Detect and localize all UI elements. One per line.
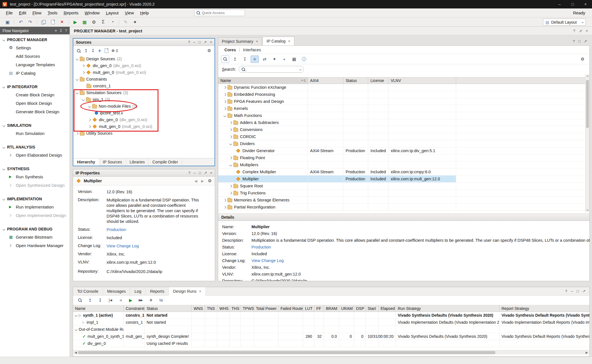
catalog-row-kernels[interactable]: Kernels bbox=[218, 105, 585, 112]
tab-tcl-console[interactable]: Tcl Console bbox=[73, 287, 103, 296]
collapse-all-icon[interactable]: ↥ bbox=[86, 297, 94, 304]
maximize-button[interactable]: □ bbox=[566, 0, 579, 8]
column-header[interactable]: TNS bbox=[205, 305, 217, 312]
column-header-axi4[interactable]: AXI4 bbox=[308, 77, 343, 84]
clock-icon[interactable]: ◔ bbox=[108, 18, 117, 26]
run-row-mult-gen-0-synth-1[interactable]: ✓mult_gen_0_synth_1 mult_gen_0 synth_des… bbox=[73, 333, 589, 340]
column-header[interactable]: Status bbox=[145, 305, 192, 312]
nav-item-run-implementation[interactable]: ▶Run Implementation bbox=[0, 203, 70, 211]
tree-item-simulation-sources[interactable]: Simulation Sources(3) bbox=[73, 89, 215, 96]
catalog-row-math-functions[interactable]: Math Functions bbox=[218, 112, 585, 119]
subtab-cores[interactable]: Cores bbox=[222, 48, 239, 52]
tab-libraries[interactable]: Libraries bbox=[126, 158, 149, 166]
maximize-icon[interactable]: □ bbox=[578, 39, 580, 43]
close-tab-icon[interactable]: × bbox=[199, 289, 201, 294]
forward-icon[interactable]: ▶ bbox=[201, 179, 204, 183]
column-header[interactable]: LUT bbox=[303, 305, 314, 312]
close-icon[interactable]: × bbox=[586, 29, 588, 33]
scrollbar-thumb[interactable] bbox=[78, 351, 495, 354]
taxonomy-view-icon[interactable]: ⇄ bbox=[260, 56, 269, 63]
column-header[interactable]: BRAM bbox=[324, 305, 339, 312]
tab-log[interactable]: Log bbox=[130, 287, 146, 296]
search-icon[interactable] bbox=[77, 49, 81, 53]
menu-reports[interactable]: Reports bbox=[61, 9, 82, 16]
catalog-row-dividers[interactable]: Dividers bbox=[218, 140, 585, 147]
catalog-row-divider-generator[interactable]: Divider GeneratorAXI4-StreamProductionIn… bbox=[218, 147, 585, 154]
customize-ip-icon[interactable]: ✦ bbox=[270, 56, 279, 63]
menu-view[interactable]: View bbox=[122, 9, 137, 16]
help-icon[interactable]: ? bbox=[573, 39, 575, 43]
catalog-row-cordic[interactable]: CORDIC bbox=[218, 133, 585, 140]
tree-item-utility-sources[interactable]: Utility Sources bbox=[73, 130, 215, 137]
expand-all-icon[interactable]: ↧ bbox=[96, 297, 104, 304]
menu-flow[interactable]: Flow bbox=[29, 9, 45, 16]
nav-item-generate-block-design[interactable]: Generate Block Design bbox=[0, 107, 70, 116]
tree-item-sim-mult-gen-0[interactable]: mult_gen_0(mult_gen_0.xci) bbox=[73, 123, 215, 130]
expand-all-icon[interactable]: ↧ bbox=[241, 56, 249, 63]
tab-ip-catalog[interactable]: IP Catalog × bbox=[262, 37, 294, 45]
column-header[interactable]: Run Strategy bbox=[396, 305, 500, 312]
search-icon[interactable] bbox=[76, 297, 84, 304]
column-header[interactable]: Failed Routes bbox=[279, 305, 303, 312]
status-link[interactable]: Production bbox=[251, 245, 271, 249]
tree-item-sim-1[interactable]: sim_1(3) bbox=[73, 96, 215, 103]
grid-view-icon[interactable]: ▦ bbox=[290, 56, 298, 63]
column-header[interactable]: FF bbox=[314, 305, 324, 312]
sum-icon[interactable]: Σ bbox=[99, 18, 107, 26]
edit-pencil-icon[interactable]: ✎ bbox=[122, 18, 130, 26]
nav-item-create-block-design[interactable]: Create Block Design bbox=[0, 90, 70, 99]
section-rtl-analysis[interactable]: RTL ANALYSIS bbox=[0, 143, 70, 151]
close-button[interactable]: × bbox=[579, 0, 592, 8]
help-icon[interactable]: ? bbox=[188, 40, 190, 44]
add-sources-icon[interactable]: + bbox=[98, 48, 101, 54]
tree-item-ipcore-test-v[interactable]: ipcore_test.v bbox=[73, 110, 215, 116]
maximize-icon[interactable]: □ bbox=[198, 40, 201, 44]
nav-item-open-implemented-design[interactable]: Open Implemented Design bbox=[0, 211, 70, 219]
column-header[interactable]: Start bbox=[366, 305, 379, 312]
float-icon[interactable]: ↗ bbox=[579, 29, 582, 33]
nav-item-settings[interactable]: ⚙Settings bbox=[0, 43, 70, 52]
column-header[interactable]: Total Power bbox=[254, 305, 279, 312]
help-icon[interactable]: ? bbox=[65, 28, 67, 33]
step-back-icon[interactable]: ◀ bbox=[116, 297, 125, 304]
float-icon[interactable]: ↗ bbox=[584, 39, 587, 43]
horizontal-scrollbar[interactable]: ◀ ▶ bbox=[73, 350, 589, 354]
tab-project-summary[interactable]: Project Summary × bbox=[218, 37, 262, 45]
menu-window[interactable]: Window bbox=[81, 9, 103, 16]
wand-icon[interactable]: ✦ bbox=[131, 18, 139, 26]
expand-all-icon[interactable]: ↧ bbox=[91, 48, 95, 53]
catalog-row-partial-reconfiguration[interactable]: Partial Reconfiguration bbox=[218, 204, 585, 211]
nav-item-run-simulation[interactable]: Run Simulation bbox=[0, 129, 70, 137]
fast-forward-icon[interactable]: ▶▶ bbox=[137, 297, 145, 304]
nav-item-open-elaborated-design[interactable]: Open Elaborated Design bbox=[0, 151, 70, 159]
column-header[interactable]: WNS bbox=[192, 305, 205, 312]
menu-help[interactable]: Help bbox=[137, 9, 152, 16]
menu-layout[interactable]: Layout bbox=[103, 9, 122, 16]
quick-access-input[interactable] bbox=[202, 11, 236, 15]
section-synthesis[interactable]: SYNTHESIS bbox=[0, 165, 70, 172]
skip-to-start-icon[interactable]: |◀ bbox=[106, 297, 114, 304]
section-implementation[interactable]: IMPLEMENTATION bbox=[0, 195, 70, 203]
catalog-row-conversions[interactable]: Conversions bbox=[218, 126, 585, 133]
column-header[interactable]: DSP bbox=[354, 305, 366, 312]
search-icon[interactable] bbox=[221, 56, 229, 63]
menu-file[interactable]: File bbox=[3, 9, 16, 16]
column-header[interactable]: THS bbox=[229, 305, 241, 312]
status-link[interactable]: Production bbox=[107, 227, 126, 232]
add-repository-icon[interactable]: + bbox=[280, 56, 288, 63]
section-program-and-debug[interactable]: PROGRAM AND DEBUG bbox=[0, 225, 70, 233]
collapse-all-icon[interactable]: ↥ bbox=[84, 48, 88, 53]
tree-item-design-sources[interactable]: Design Sources(2) bbox=[73, 56, 215, 62]
scrollbar-thumb[interactable] bbox=[586, 80, 589, 128]
float-icon[interactable]: ↗ bbox=[204, 40, 207, 44]
quick-access-search[interactable] bbox=[194, 10, 245, 16]
float-icon[interactable]: ↗ bbox=[204, 171, 207, 175]
search-field[interactable] bbox=[238, 66, 304, 73]
float-icon[interactable]: ↗ bbox=[582, 289, 586, 293]
paste-icon[interactable] bbox=[48, 18, 57, 26]
settings-gear-icon[interactable]: ⚙ bbox=[90, 18, 98, 26]
column-header[interactable]: TPWS bbox=[241, 305, 254, 312]
nav-item-generate-bitstream[interactable]: ▦Generate Bitstream bbox=[0, 233, 70, 241]
open-file-icon[interactable] bbox=[105, 48, 108, 53]
catalog-row-floating-point[interactable]: Floating Point bbox=[218, 154, 585, 161]
